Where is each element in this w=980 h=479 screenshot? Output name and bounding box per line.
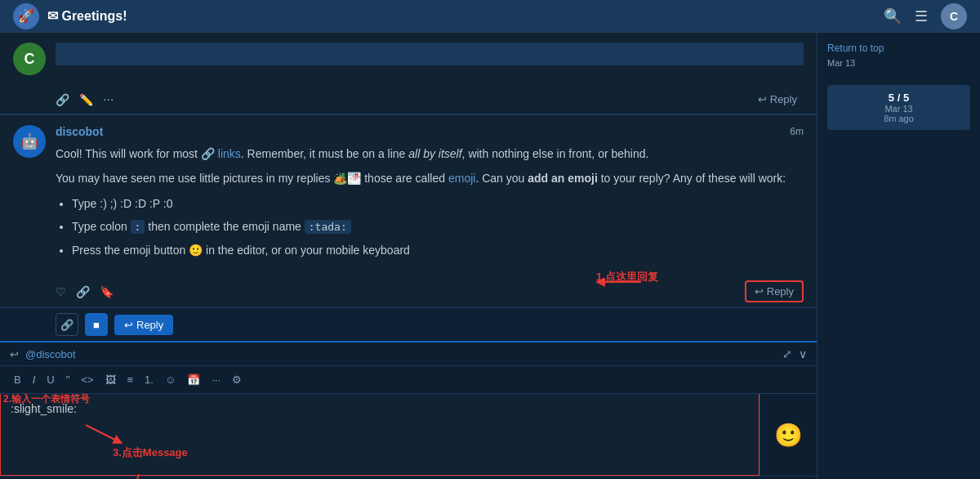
italic-btn[interactable]: I xyxy=(29,371,40,388)
post-container-1: C 🔗 ✏️ ··· ↩ Reply xyxy=(0,33,817,114)
discobot-content: discobot 6m Cool! This will work for mos… xyxy=(56,125,804,266)
progress-count: 5 / 5 xyxy=(834,92,964,104)
collapse-icon[interactable]: ∨ xyxy=(799,347,807,360)
reply-button-1[interactable]: ↩ Reply xyxy=(751,90,804,109)
links-link[interactable]: links xyxy=(218,147,241,160)
hamburger-icon[interactable]: ☰ xyxy=(915,7,928,25)
discobot-avatar: 🤖 xyxy=(13,125,46,158)
bullet-item-3: Press the emoji button 🙂 in the editor, … xyxy=(72,241,804,259)
progress-date: Mar 13 xyxy=(834,104,964,114)
more-formats-btn[interactable]: ··· xyxy=(207,371,225,388)
underline-btn[interactable]: U xyxy=(42,371,58,388)
post-top: C xyxy=(0,33,817,85)
discobot-post: 🤖 discobot 6m Cool! This will work for m… xyxy=(0,115,817,275)
post-body: Cool! This will work for most 🔗 links. R… xyxy=(56,145,804,259)
header-icons: 🔍 ☰ C xyxy=(884,3,967,29)
post-author: discobot xyxy=(56,125,103,138)
expand-icon[interactable]: ⤢ xyxy=(782,347,792,360)
post-container-discobot: 🤖 discobot 6m Cool! This will work for m… xyxy=(0,114,817,308)
editor-header: ↩ @discobot ⤢ ∨ xyxy=(0,342,817,366)
toolbar-square-btn[interactable]: ■ xyxy=(85,313,108,336)
post-actions-right: ↩ Reply xyxy=(751,90,804,109)
editor-header-right: ⤢ ∨ xyxy=(782,347,807,360)
image-btn[interactable]: 🖼 xyxy=(101,371,120,388)
reply-editor: ↩ @discobot ⤢ ∨ B I U " <> 🖼 ≡ 1. ☺ 📅 xyxy=(0,341,817,479)
reply-arrow-icon-1: ↩ xyxy=(758,93,767,105)
bullet-btn[interactable]: ≡ xyxy=(123,371,138,388)
editor-header-left: ↩ @discobot xyxy=(10,348,76,360)
user-avatar[interactable]: C xyxy=(941,3,967,29)
bookmark-icon[interactable]: 🔖 xyxy=(100,285,114,298)
code-btn[interactable]: <> xyxy=(77,371,97,388)
post-meta: discobot 6m xyxy=(56,125,804,138)
reply-arrow-icon-2: ↩ xyxy=(755,285,764,298)
progress-ago: 8m ago xyxy=(834,114,964,123)
settings-btn[interactable]: ⚙ xyxy=(228,371,246,388)
search-icon[interactable]: 🔍 xyxy=(884,7,902,25)
editor-footer: ✉ Message Cancel « xyxy=(0,476,817,479)
numbered-btn[interactable]: 1. xyxy=(140,371,158,388)
post-actions-1: 🔗 ✏️ ··· ↩ Reply xyxy=(0,85,817,114)
editor-quote-icon: ↩ xyxy=(10,348,19,360)
link-icon-2[interactable]: 🔗 xyxy=(76,285,90,298)
preview-emoji: 🙂 xyxy=(774,422,803,449)
sidebar-progress: 5 / 5 Mar 13 8m ago xyxy=(827,85,970,130)
quote-btn[interactable]: " xyxy=(62,371,74,388)
content-area: C 🔗 ✏️ ··· ↩ Reply 🤖 xyxy=(0,33,817,479)
editor-toolbar: B I U " <> 🖼 ≡ 1. ☺ 📅 ··· ⚙ xyxy=(0,366,817,394)
header-title: ✉ Greetings! xyxy=(47,8,127,24)
sidebar: Return to top Mar 13 5 / 5 Mar 13 8m ago xyxy=(817,33,980,479)
main-layout: C 🔗 ✏️ ··· ↩ Reply 🤖 xyxy=(0,33,980,479)
post-actions-discobot: ♡ 🔗 🔖 ↩ Reply xyxy=(0,275,817,307)
like-icon[interactable]: ♡ xyxy=(56,285,66,298)
bullet-item-2: Type colon : then complete the emoji nam… xyxy=(72,217,804,236)
site-logo[interactable]: 🚀 xyxy=(13,3,39,29)
discobot-reply-wrapper: ↩ Reply xyxy=(745,280,804,302)
edit-icon[interactable]: ✏️ xyxy=(79,93,93,106)
sidebar-top-date: Mar 13 xyxy=(827,58,855,68)
calendar-btn[interactable]: 📅 xyxy=(183,371,204,388)
post-time: 6m xyxy=(790,126,804,137)
emoji-small: 🔗 xyxy=(201,147,215,160)
more-icon[interactable]: ··· xyxy=(103,92,114,107)
toolbar-reply-btn[interactable]: ↩ Reply xyxy=(114,315,173,335)
toolbar-link-btn[interactable]: 🔗 xyxy=(56,313,78,336)
editor-preview: 🙂 xyxy=(760,394,817,476)
editor-body: :slight_smile: 🙂 xyxy=(0,394,817,476)
return-to-top-link[interactable]: Return to top xyxy=(827,43,970,54)
reply-button-discobot[interactable]: ↩ Reply xyxy=(745,280,804,302)
bullet-item-1: Type :) ;) :D :D :P :0 xyxy=(72,195,804,213)
truncated-content xyxy=(56,43,804,65)
editor-discobot-ref[interactable]: @discobot xyxy=(25,348,76,360)
emoji-btn[interactable]: ☺ xyxy=(161,371,180,388)
header: 🚀 ✉ Greetings! 🔍 ☰ C xyxy=(0,0,980,33)
header-left: 🚀 ✉ Greetings! xyxy=(13,3,127,29)
bold-btn[interactable]: B xyxy=(10,371,25,388)
link-icon[interactable]: 🔗 xyxy=(56,93,69,106)
emoji-link[interactable]: emoji xyxy=(448,172,475,185)
post-content-wrap xyxy=(56,43,804,75)
small-toolbar: 🔗 ■ ↩ Reply xyxy=(0,308,817,341)
toolbar-reply-icon: ↩ xyxy=(124,319,133,331)
post-avatar-c: C xyxy=(13,43,46,75)
editor-input[interactable]: :slight_smile: xyxy=(0,394,760,476)
